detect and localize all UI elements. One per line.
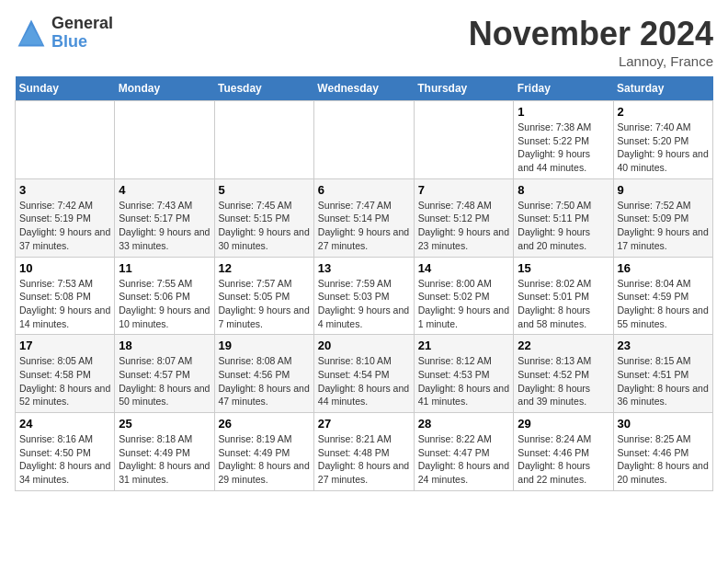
- day-info: Sunrise: 8:02 AM Sunset: 5:01 PM Dayligh…: [518, 277, 609, 331]
- day-info: Sunrise: 8:21 AM Sunset: 4:48 PM Dayligh…: [318, 432, 410, 487]
- col-thursday: Thursday: [414, 76, 514, 101]
- month-title: November 2024: [469, 15, 713, 53]
- day-info: Sunrise: 8:10 AM Sunset: 4:54 PM Dayligh…: [318, 354, 410, 408]
- day-info: Sunrise: 8:04 AM Sunset: 4:59 PM Dayligh…: [618, 277, 710, 331]
- day-info: Sunrise: 7:47 AM Sunset: 5:14 PM Dayligh…: [318, 199, 410, 253]
- day-number: 14: [418, 261, 510, 275]
- day-info: Sunrise: 8:08 AM Sunset: 4:56 PM Dayligh…: [219, 354, 310, 408]
- logo: General Blue: [15, 15, 113, 52]
- day-number: 21: [418, 339, 510, 352]
- calendar-cell: 7Sunrise: 7:48 AM Sunset: 5:12 PM Daylig…: [414, 178, 514, 257]
- calendar-cell: 5Sunrise: 7:45 AM Sunset: 5:15 PM Daylig…: [214, 178, 313, 257]
- day-info: Sunrise: 7:38 AM Sunset: 5:22 PM Dayligh…: [518, 121, 609, 175]
- logo-text: General Blue: [51, 15, 113, 52]
- day-info: Sunrise: 7:48 AM Sunset: 5:12 PM Dayligh…: [418, 199, 510, 253]
- calendar-cell: 2Sunrise: 7:40 AM Sunset: 5:20 PM Daylig…: [613, 101, 713, 179]
- col-saturday: Saturday: [613, 76, 713, 101]
- day-info: Sunrise: 8:19 AM Sunset: 4:49 PM Dayligh…: [219, 432, 310, 487]
- day-info: Sunrise: 7:45 AM Sunset: 5:15 PM Dayligh…: [219, 199, 310, 253]
- calendar-cell: 11Sunrise: 7:55 AM Sunset: 5:06 PM Dayli…: [115, 257, 214, 335]
- day-number: 12: [219, 261, 310, 275]
- calendar-cell: 24Sunrise: 8:16 AM Sunset: 4:50 PM Dayli…: [16, 413, 115, 491]
- day-info: Sunrise: 8:12 AM Sunset: 4:53 PM Dayligh…: [418, 354, 510, 408]
- calendar-cell: 18Sunrise: 8:07 AM Sunset: 4:57 PM Dayli…: [115, 335, 214, 413]
- calendar-cell: [16, 101, 115, 179]
- calendar-cell: 17Sunrise: 8:05 AM Sunset: 4:58 PM Dayli…: [16, 335, 115, 413]
- day-number: 6: [318, 183, 410, 197]
- calendar-cell: 19Sunrise: 8:08 AM Sunset: 4:56 PM Dayli…: [214, 335, 313, 413]
- day-info: Sunrise: 8:22 AM Sunset: 4:47 PM Dayligh…: [418, 432, 510, 487]
- col-monday: Monday: [115, 76, 214, 101]
- day-info: Sunrise: 8:00 AM Sunset: 5:02 PM Dayligh…: [418, 277, 510, 331]
- day-number: 27: [318, 417, 410, 431]
- calendar-cell: 12Sunrise: 7:57 AM Sunset: 5:05 PM Dayli…: [214, 257, 313, 335]
- title-area: November 2024 Lannoy, France: [469, 15, 713, 69]
- day-info: Sunrise: 7:40 AM Sunset: 5:20 PM Dayligh…: [618, 121, 710, 175]
- page-header: General Blue November 2024 Lannoy, Franc…: [15, 15, 713, 69]
- calendar-cell: [313, 101, 414, 179]
- day-info: Sunrise: 8:24 AM Sunset: 4:46 PM Dayligh…: [518, 432, 609, 487]
- day-number: 2: [618, 105, 710, 119]
- logo-icon: [15, 17, 48, 50]
- col-friday: Friday: [514, 76, 613, 101]
- calendar-cell: 15Sunrise: 8:02 AM Sunset: 5:01 PM Dayli…: [514, 257, 613, 335]
- calendar-cell: 29Sunrise: 8:24 AM Sunset: 4:46 PM Dayli…: [514, 413, 613, 491]
- calendar-cell: 14Sunrise: 8:00 AM Sunset: 5:02 PM Dayli…: [414, 257, 514, 335]
- day-info: Sunrise: 7:43 AM Sunset: 5:17 PM Dayligh…: [119, 199, 210, 253]
- calendar-cell: 8Sunrise: 7:50 AM Sunset: 5:11 PM Daylig…: [514, 178, 613, 257]
- day-number: 26: [219, 417, 310, 431]
- day-number: 28: [418, 417, 510, 431]
- calendar-cell: 3Sunrise: 7:42 AM Sunset: 5:19 PM Daylig…: [16, 178, 115, 257]
- calendar-cell: 9Sunrise: 7:52 AM Sunset: 5:09 PM Daylig…: [613, 178, 713, 257]
- day-info: Sunrise: 8:25 AM Sunset: 4:46 PM Dayligh…: [618, 432, 710, 487]
- calendar-cell: 13Sunrise: 7:59 AM Sunset: 5:03 PM Dayli…: [313, 257, 414, 335]
- day-number: 10: [19, 261, 110, 275]
- day-number: 30: [618, 417, 710, 431]
- calendar-cell: 27Sunrise: 8:21 AM Sunset: 4:48 PM Dayli…: [313, 413, 414, 491]
- svg-marker-1: [19, 25, 42, 45]
- day-number: 9: [618, 183, 710, 197]
- calendar-cell: 26Sunrise: 8:19 AM Sunset: 4:49 PM Dayli…: [214, 413, 313, 491]
- calendar-cell: 10Sunrise: 7:53 AM Sunset: 5:08 PM Dayli…: [16, 257, 115, 335]
- calendar-cell: 6Sunrise: 7:47 AM Sunset: 5:14 PM Daylig…: [313, 178, 414, 257]
- day-number: 11: [119, 261, 210, 275]
- calendar-cell: 21Sunrise: 8:12 AM Sunset: 4:53 PM Dayli…: [414, 335, 514, 413]
- day-info: Sunrise: 7:53 AM Sunset: 5:08 PM Dayligh…: [19, 277, 110, 331]
- day-number: 13: [318, 261, 410, 275]
- day-number: 20: [318, 339, 410, 352]
- calendar-week-1: 1Sunrise: 7:38 AM Sunset: 5:22 PM Daylig…: [16, 101, 713, 179]
- day-number: 18: [119, 339, 210, 352]
- day-info: Sunrise: 7:55 AM Sunset: 5:06 PM Dayligh…: [119, 277, 210, 331]
- day-info: Sunrise: 8:18 AM Sunset: 4:49 PM Dayligh…: [119, 432, 210, 487]
- calendar-cell: 20Sunrise: 8:10 AM Sunset: 4:54 PM Dayli…: [313, 335, 414, 413]
- day-number: 8: [518, 183, 609, 197]
- calendar-week-4: 17Sunrise: 8:05 AM Sunset: 4:58 PM Dayli…: [16, 335, 713, 413]
- calendar-cell: 30Sunrise: 8:25 AM Sunset: 4:46 PM Dayli…: [613, 413, 713, 491]
- calendar-cell: 16Sunrise: 8:04 AM Sunset: 4:59 PM Dayli…: [613, 257, 713, 335]
- calendar-cell: [414, 101, 514, 179]
- day-info: Sunrise: 7:57 AM Sunset: 5:05 PM Dayligh…: [219, 277, 310, 331]
- calendar-header: Sunday Monday Tuesday Wednesday Thursday…: [16, 76, 713, 101]
- day-number: 29: [518, 417, 609, 431]
- calendar-cell: 28Sunrise: 8:22 AM Sunset: 4:47 PM Dayli…: [414, 413, 514, 491]
- calendar-week-2: 3Sunrise: 7:42 AM Sunset: 5:19 PM Daylig…: [16, 178, 713, 257]
- col-wednesday: Wednesday: [313, 76, 414, 101]
- day-number: 25: [119, 417, 210, 431]
- day-info: Sunrise: 8:05 AM Sunset: 4:58 PM Dayligh…: [19, 354, 110, 408]
- day-number: 23: [618, 339, 710, 352]
- calendar-body: 1Sunrise: 7:38 AM Sunset: 5:22 PM Daylig…: [16, 101, 713, 491]
- day-info: Sunrise: 8:13 AM Sunset: 4:52 PM Dayligh…: [518, 354, 609, 408]
- calendar-week-5: 24Sunrise: 8:16 AM Sunset: 4:50 PM Dayli…: [16, 413, 713, 491]
- day-number: 4: [119, 183, 210, 197]
- day-number: 5: [219, 183, 310, 197]
- day-number: 19: [219, 339, 310, 352]
- logo-blue-label: Blue: [51, 33, 113, 52]
- day-info: Sunrise: 8:07 AM Sunset: 4:57 PM Dayligh…: [119, 354, 210, 408]
- day-number: 17: [19, 339, 110, 352]
- calendar-cell: 23Sunrise: 8:15 AM Sunset: 4:51 PM Dayli…: [613, 335, 713, 413]
- day-number: 22: [518, 339, 609, 352]
- day-number: 24: [19, 417, 110, 431]
- day-number: 16: [618, 261, 710, 275]
- day-info: Sunrise: 8:15 AM Sunset: 4:51 PM Dayligh…: [618, 354, 710, 408]
- col-sunday: Sunday: [16, 76, 115, 101]
